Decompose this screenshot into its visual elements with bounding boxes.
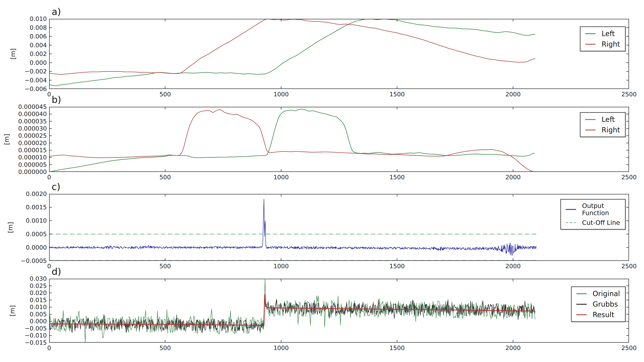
- legend-swatch-line: [576, 293, 587, 295]
- legend-item-result: Result: [576, 311, 620, 319]
- legend-swatch-line: [585, 33, 596, 35]
- panel-label-b: b): [52, 94, 61, 105]
- x-tick-label: 2000: [505, 263, 521, 269]
- y-tick-label: −0.005: [5, 325, 47, 331]
- x-tick-label: 500: [160, 174, 171, 180]
- y-tick-label: −0.015: [5, 340, 47, 346]
- plot-area-d: [49, 279, 629, 343]
- x-tick-label: 0: [47, 345, 51, 351]
- y-tick-label: 0.000: [5, 318, 47, 324]
- legend-item-output: Output Function: [565, 202, 620, 217]
- x-tick-label: 2500: [621, 174, 637, 180]
- y-tick-label: 0.000035: [5, 118, 47, 124]
- legend-swatch-line: [576, 303, 587, 305]
- x-tick-label: 1500: [390, 263, 405, 269]
- y-tick-label: 0.000030: [5, 125, 47, 131]
- legend-swatch-line: [565, 222, 576, 224]
- y-tick-label: −0.002: [5, 68, 47, 74]
- plot-area-c: [49, 194, 629, 261]
- x-tick-label: 500: [160, 91, 171, 97]
- y-tick-label: 0.015: [5, 297, 47, 303]
- y-tick-label: 0.0015: [5, 204, 47, 210]
- legend-swatch-line: [585, 119, 596, 120]
- legend-c: Output FunctionCut-Off Line: [560, 199, 626, 230]
- x-tick-label: 2000: [505, 174, 521, 180]
- y-tick-label: 0.000005: [5, 162, 47, 168]
- legend-label: Result: [593, 311, 614, 319]
- x-tick-label: 0: [47, 174, 51, 180]
- legend-d: OriginalGrubbsResult: [571, 286, 626, 322]
- y-tick-label: −0.0005: [5, 258, 47, 264]
- y-tick-label: 0.002: [5, 51, 47, 57]
- panel-label-a: a): [52, 7, 61, 17]
- legend-item-original: Original: [576, 290, 620, 298]
- y-tick-label: 0.000025: [5, 133, 47, 139]
- x-tick-label: 500: [160, 345, 171, 351]
- x-tick-label: 0: [47, 91, 51, 97]
- panel-label-d: d): [52, 266, 61, 277]
- y-tick-label: 0.004: [5, 42, 47, 48]
- legend-item-right: Right: [585, 126, 620, 134]
- y-tick-label: 0.010: [5, 16, 47, 22]
- legend-label: Left: [602, 30, 615, 38]
- y-tick-label: 0.000000: [5, 169, 47, 175]
- legend-a: LeftRight: [580, 26, 626, 51]
- legend-label: Right: [602, 126, 620, 134]
- y-tick-label: 0.000: [5, 60, 47, 66]
- x-tick-label: 1000: [274, 263, 289, 269]
- y-tick-label: 0.025: [5, 283, 47, 289]
- legend-label: Cut-Off Line: [582, 219, 620, 226]
- x-tick-label: 1500: [390, 345, 405, 351]
- legend-item-left: Left: [585, 115, 620, 123]
- y-tick-label: 0.000040: [5, 111, 47, 117]
- y-tick-label: 0.000010: [5, 154, 47, 160]
- legend-b: LeftRight: [580, 112, 626, 137]
- x-tick-label: 2000: [505, 345, 521, 351]
- plot-area-b: [49, 107, 629, 172]
- y-tick-label: 0.020: [5, 290, 47, 296]
- y-tick-label: 0.0000: [5, 245, 47, 251]
- y-tick-label: 0.030: [5, 276, 47, 282]
- legend-swatch-line: [585, 129, 596, 131]
- legend-label: Output Function: [582, 202, 609, 217]
- legend-item-right: Right: [585, 40, 620, 48]
- y-tick-label: 0.000045: [5, 104, 47, 110]
- x-tick-label: 2500: [621, 91, 637, 97]
- y-tick-label: 0.000020: [5, 140, 47, 146]
- legend-item-cut-off-line: Cut-Off Line: [565, 219, 620, 226]
- legend-label: Left: [602, 115, 615, 123]
- plot-background: [49, 194, 629, 261]
- legend-swatch-line: [565, 209, 576, 210]
- legend-label: Grubbs: [593, 300, 618, 308]
- y-tick-label: 0.0005: [5, 231, 47, 237]
- figure: a) [m] −0.006−0.004−0.0020.0000.0020.004…: [0, 0, 644, 362]
- y-tick-label: 0.005: [5, 311, 47, 317]
- y-tick-label: 0.000015: [5, 147, 47, 153]
- plot-area-a: [49, 19, 629, 89]
- x-tick-label: 1000: [274, 174, 289, 180]
- x-tick-label: 2500: [621, 263, 637, 269]
- legend-item-left: Left: [585, 30, 620, 38]
- legend-label: Right: [602, 40, 620, 48]
- y-tick-label: 0.008: [5, 25, 47, 31]
- legend-swatch-line: [576, 314, 587, 316]
- x-tick-label: 1000: [274, 345, 289, 351]
- legend-item-grubbs: Grubbs: [576, 300, 620, 308]
- x-tick-label: 1000: [274, 91, 289, 97]
- y-tick-label: 0.010: [5, 304, 47, 310]
- y-tick-label: −0.006: [5, 86, 47, 92]
- y-tick-label: −0.010: [5, 332, 47, 338]
- x-tick-label: 1500: [390, 174, 405, 180]
- x-tick-label: 0: [47, 263, 51, 269]
- legend-swatch-line: [585, 43, 596, 45]
- y-tick-label: −0.004: [5, 77, 47, 83]
- x-tick-label: 2500: [621, 345, 637, 351]
- y-tick-label: 0.0020: [5, 191, 47, 197]
- y-tick-label: 0.006: [5, 33, 47, 39]
- plot-background: [49, 107, 629, 172]
- x-tick-label: 500: [160, 263, 171, 269]
- legend-label: Original: [593, 290, 620, 298]
- y-tick-label: 0.0010: [5, 218, 47, 224]
- panel-label-c: c): [52, 182, 60, 192]
- x-tick-label: 2000: [505, 91, 521, 97]
